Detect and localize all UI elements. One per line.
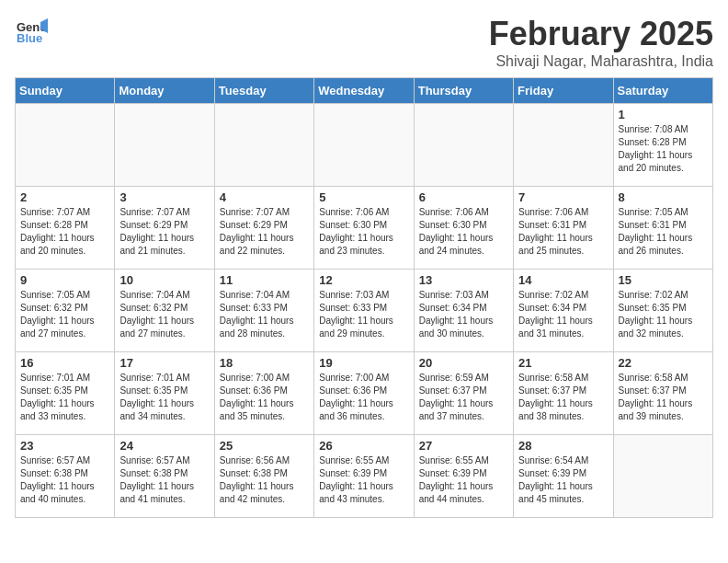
calendar-cell: 5Sunrise: 7:06 AM Sunset: 6:30 PM Daylig…	[314, 187, 414, 270]
calendar-cell: 11Sunrise: 7:04 AM Sunset: 6:33 PM Dayli…	[214, 270, 313, 352]
calendar-cell: 7Sunrise: 7:06 AM Sunset: 6:31 PM Daylig…	[514, 187, 613, 270]
calendar-cell: 3Sunrise: 7:07 AM Sunset: 6:29 PM Daylig…	[115, 187, 214, 270]
day-number: 22	[619, 356, 708, 370]
day-number: 4	[220, 190, 309, 204]
day-number: 24	[119, 439, 209, 453]
calendar-cell	[613, 435, 712, 518]
week-row-0: 1Sunrise: 7:08 AM Sunset: 6:28 PM Daylig…	[16, 104, 713, 187]
calendar-cell: 15Sunrise: 7:02 AM Sunset: 6:35 PM Dayli…	[613, 270, 712, 352]
day-info: Sunrise: 7:00 AM Sunset: 6:36 PM Dayligh…	[319, 372, 408, 423]
day-info: Sunrise: 6:57 AM Sunset: 6:38 PM Dayligh…	[20, 454, 109, 506]
day-info: Sunrise: 7:07 AM Sunset: 6:29 PM Dayligh…	[220, 206, 309, 258]
day-number: 26	[319, 439, 408, 453]
calendar-cell: 25Sunrise: 6:56 AM Sunset: 6:38 PM Dayli…	[214, 435, 313, 518]
week-row-4: 23Sunrise: 6:57 AM Sunset: 6:38 PM Dayli…	[16, 435, 713, 518]
weekday-header-tuesday: Tuesday	[214, 78, 313, 104]
calendar-cell: 26Sunrise: 6:55 AM Sunset: 6:39 PM Dayli…	[314, 435, 414, 518]
day-number: 16	[20, 356, 109, 370]
day-info: Sunrise: 6:59 AM Sunset: 6:37 PM Dayligh…	[419, 372, 508, 423]
day-info: Sunrise: 7:06 AM Sunset: 6:31 PM Dayligh…	[518, 206, 608, 258]
calendar-cell	[214, 104, 313, 187]
day-number: 6	[419, 190, 508, 204]
calendar-cell: 17Sunrise: 7:01 AM Sunset: 6:35 PM Dayli…	[115, 352, 214, 435]
day-number: 11	[220, 273, 309, 287]
calendar-cell	[16, 104, 115, 187]
day-info: Sunrise: 6:56 AM Sunset: 6:38 PM Dayligh…	[220, 454, 309, 506]
day-info: Sunrise: 7:05 AM Sunset: 6:31 PM Dayligh…	[619, 206, 708, 258]
calendar-cell: 13Sunrise: 7:03 AM Sunset: 6:34 PM Dayli…	[414, 270, 513, 352]
day-info: Sunrise: 6:54 AM Sunset: 6:39 PM Dayligh…	[518, 454, 608, 506]
day-info: Sunrise: 7:04 AM Sunset: 6:33 PM Dayligh…	[220, 289, 309, 340]
week-row-1: 2Sunrise: 7:07 AM Sunset: 6:28 PM Daylig…	[16, 187, 713, 270]
calendar-cell: 1Sunrise: 7:08 AM Sunset: 6:28 PM Daylig…	[613, 104, 712, 187]
calendar-cell: 20Sunrise: 6:59 AM Sunset: 6:37 PM Dayli…	[414, 352, 513, 435]
day-number: 7	[518, 190, 608, 204]
page-header: General Blue February 2025 Shivaji Nagar…	[15, 15, 713, 70]
calendar-cell: 21Sunrise: 6:58 AM Sunset: 6:37 PM Dayli…	[514, 352, 613, 435]
day-number: 8	[619, 190, 708, 204]
day-info: Sunrise: 7:03 AM Sunset: 6:34 PM Dayligh…	[419, 289, 508, 340]
day-number: 13	[419, 273, 508, 287]
weekday-header-monday: Monday	[115, 78, 214, 104]
day-number: 27	[419, 439, 508, 453]
day-info: Sunrise: 7:00 AM Sunset: 6:36 PM Dayligh…	[220, 372, 309, 423]
calendar-cell: 10Sunrise: 7:04 AM Sunset: 6:32 PM Dayli…	[115, 270, 214, 352]
logo: General Blue	[15, 15, 48, 48]
day-info: Sunrise: 7:07 AM Sunset: 6:28 PM Dayligh…	[20, 206, 109, 258]
calendar-cell: 28Sunrise: 6:54 AM Sunset: 6:39 PM Dayli…	[514, 435, 613, 518]
calendar-cell: 6Sunrise: 7:06 AM Sunset: 6:30 PM Daylig…	[414, 187, 513, 270]
day-number: 2	[20, 190, 109, 204]
day-info: Sunrise: 7:07 AM Sunset: 6:29 PM Dayligh…	[119, 206, 209, 258]
day-number: 19	[319, 356, 408, 370]
calendar-cell: 18Sunrise: 7:00 AM Sunset: 6:36 PM Dayli…	[214, 352, 313, 435]
day-info: Sunrise: 6:55 AM Sunset: 6:39 PM Dayligh…	[319, 454, 408, 506]
day-number: 15	[619, 273, 708, 287]
calendar-cell: 14Sunrise: 7:02 AM Sunset: 6:34 PM Dayli…	[514, 270, 613, 352]
day-info: Sunrise: 7:02 AM Sunset: 6:35 PM Dayligh…	[619, 289, 708, 340]
day-number: 18	[220, 356, 309, 370]
calendar-cell: 2Sunrise: 7:07 AM Sunset: 6:28 PM Daylig…	[16, 187, 115, 270]
day-info: Sunrise: 7:06 AM Sunset: 6:30 PM Dayligh…	[419, 206, 508, 258]
day-number: 28	[518, 439, 608, 453]
day-info: Sunrise: 7:06 AM Sunset: 6:30 PM Dayligh…	[319, 206, 408, 258]
svg-text:Blue: Blue	[17, 31, 42, 45]
day-info: Sunrise: 6:57 AM Sunset: 6:38 PM Dayligh…	[119, 454, 209, 506]
day-number: 23	[20, 439, 109, 453]
calendar-cell: 24Sunrise: 6:57 AM Sunset: 6:38 PM Dayli…	[115, 435, 214, 518]
day-number: 1	[619, 108, 708, 121]
day-info: Sunrise: 7:01 AM Sunset: 6:35 PM Dayligh…	[20, 372, 109, 423]
calendar-cell	[414, 104, 513, 187]
weekday-header-friday: Friday	[514, 78, 613, 104]
calendar-cell: 8Sunrise: 7:05 AM Sunset: 6:31 PM Daylig…	[613, 187, 712, 270]
day-number: 17	[119, 356, 209, 370]
day-info: Sunrise: 7:03 AM Sunset: 6:33 PM Dayligh…	[319, 289, 408, 340]
day-number: 3	[119, 190, 209, 204]
calendar-cell	[115, 104, 214, 187]
weekday-header-sunday: Sunday	[16, 78, 115, 104]
calendar-cell	[514, 104, 613, 187]
day-info: Sunrise: 7:02 AM Sunset: 6:34 PM Dayligh…	[518, 289, 608, 340]
day-info: Sunrise: 7:01 AM Sunset: 6:35 PM Dayligh…	[119, 372, 209, 423]
day-number: 21	[518, 356, 608, 370]
week-row-2: 9Sunrise: 7:05 AM Sunset: 6:32 PM Daylig…	[16, 270, 713, 352]
day-number: 20	[419, 356, 508, 370]
calendar-cell: 16Sunrise: 7:01 AM Sunset: 6:35 PM Dayli…	[16, 352, 115, 435]
day-number: 5	[319, 190, 408, 204]
location-subtitle: Shivaji Nagar, Maharashtra, India	[489, 53, 713, 70]
day-number: 14	[518, 273, 608, 287]
logo-icon: General Blue	[15, 15, 48, 48]
day-number: 12	[319, 273, 408, 287]
calendar-table: SundayMondayTuesdayWednesdayThursdayFrid…	[15, 77, 713, 518]
calendar-cell: 4Sunrise: 7:07 AM Sunset: 6:29 PM Daylig…	[214, 187, 313, 270]
weekday-header-thursday: Thursday	[414, 78, 513, 104]
calendar-cell	[314, 104, 414, 187]
calendar-cell: 9Sunrise: 7:05 AM Sunset: 6:32 PM Daylig…	[16, 270, 115, 352]
title-block: February 2025 Shivaji Nagar, Maharashtra…	[489, 15, 713, 70]
calendar-cell: 12Sunrise: 7:03 AM Sunset: 6:33 PM Dayli…	[314, 270, 414, 352]
month-title: February 2025	[489, 15, 713, 53]
calendar-cell: 27Sunrise: 6:55 AM Sunset: 6:39 PM Dayli…	[414, 435, 513, 518]
calendar-cell: 23Sunrise: 6:57 AM Sunset: 6:38 PM Dayli…	[16, 435, 115, 518]
day-info: Sunrise: 6:58 AM Sunset: 6:37 PM Dayligh…	[518, 372, 608, 423]
day-info: Sunrise: 6:55 AM Sunset: 6:39 PM Dayligh…	[419, 454, 508, 506]
weekday-header-saturday: Saturday	[613, 78, 712, 104]
